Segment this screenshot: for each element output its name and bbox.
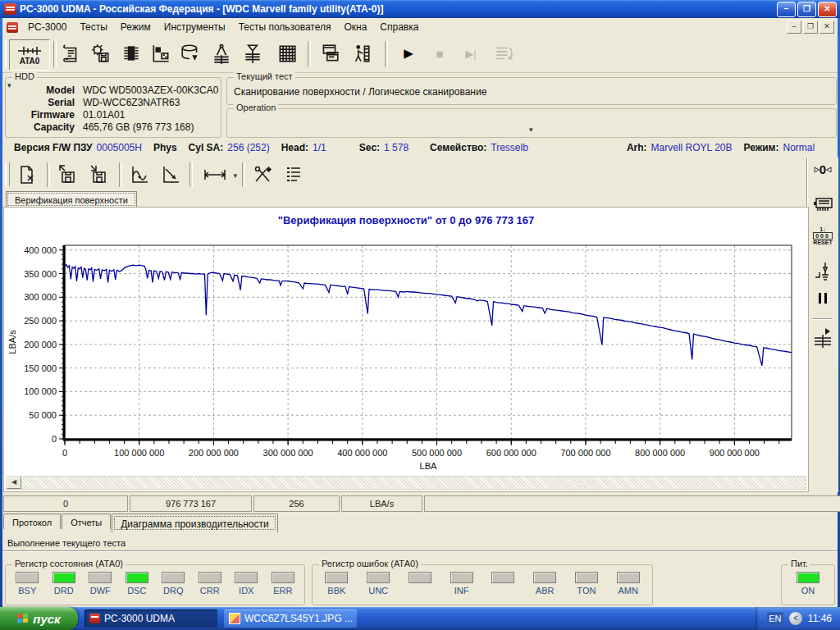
- maximize-button[interactable]: ❐: [797, 2, 816, 17]
- chart-scrollbar[interactable]: ◀: [6, 476, 806, 490]
- svg-text:0: 0: [62, 448, 67, 458]
- toolbar-separator: [47, 162, 50, 187]
- rom-chip-button[interactable]: [117, 40, 145, 66]
- status-label: Head:: [281, 142, 308, 153]
- drive-status-strip: Версия F/W ПЗУ0005005HPhysCyl SA:256 (25…: [2, 138, 838, 158]
- report-icon: [60, 43, 81, 64]
- app-icon: [4, 3, 16, 15]
- title-bar: PC-3000 UDMA - Российская Федерация - [W…: [0, 0, 840, 18]
- start-button[interactable]: пуск: [0, 607, 78, 630]
- status-label: Phys: [153, 142, 177, 153]
- zero-counters-button[interactable]: ▷0◁: [810, 164, 835, 176]
- led-cell: AMN: [610, 572, 646, 596]
- reset-drive-button[interactable]: 1↓ 000 RESET: [810, 226, 835, 245]
- power-card-button[interactable]: [810, 195, 835, 213]
- close-button[interactable]: ✕: [818, 2, 837, 17]
- decline-view-button[interactable]: [157, 162, 185, 188]
- resources-button[interactable]: [147, 40, 175, 66]
- menu-app-icon: [7, 22, 18, 33]
- defect-list-button[interactable]: [239, 40, 267, 66]
- status-value: Marvell ROYL 20B: [651, 142, 733, 153]
- menu-item-pc-3000[interactable]: PC-3000: [21, 20, 73, 34]
- range-select-button[interactable]: ▾: [196, 162, 235, 188]
- svg-text:250 000: 250 000: [24, 316, 57, 326]
- exit-person-icon: [350, 43, 372, 64]
- menu-item-тесты-пользователя[interactable]: Тесты пользователя: [232, 20, 338, 34]
- svg-text:150 000: 150 000: [24, 363, 57, 373]
- exit-utility-button[interactable]: [347, 40, 375, 66]
- tab-диаграмма-производительности[interactable]: Диаграмма производительности: [112, 514, 278, 532]
- graph-view-button[interactable]: [126, 162, 153, 188]
- start-power-button[interactable]: [810, 326, 835, 348]
- led-indicator: [126, 572, 148, 583]
- tray-app-icon[interactable]: <: [789, 612, 802, 625]
- toolbar-separator: [812, 318, 832, 320]
- parameters-list-button[interactable]: [280, 162, 308, 188]
- menu-item-справка[interactable]: Справка: [373, 20, 425, 34]
- operation-dropdown-icon[interactable]: ▾: [529, 126, 533, 134]
- task-button[interactable]: WCC6Z7LS45Y1.JPG ...: [224, 609, 357, 628]
- tab-отчеты[interactable]: Отчеты: [62, 514, 111, 529]
- chart-series-line: [65, 265, 792, 366]
- minimize-button[interactable]: –: [777, 2, 796, 17]
- svg-text:300 000 000: 300 000 000: [263, 448, 313, 458]
- utility-report-button[interactable]: [57, 40, 84, 66]
- led-indicator: [797, 572, 819, 583]
- status-value: 1/1: [313, 142, 326, 153]
- status-label: Режим:: [744, 142, 779, 153]
- menu-item-инструменты[interactable]: Инструменты: [158, 20, 232, 34]
- task-button[interactable]: PC-3000 UDMA: [84, 609, 217, 628]
- status-register-leds: BSYDRDDWFDSCDRQCRRIDXERR: [9, 572, 301, 596]
- toolbar-grip[interactable]: [5, 162, 10, 186]
- range-dropdown-icon[interactable]: ▾: [233, 171, 237, 180]
- hdd-group-label: HDD: [12, 71, 37, 81]
- settings-save-button[interactable]: [86, 40, 114, 66]
- tab-surface-verification[interactable]: Верификация поверхности: [6, 191, 137, 208]
- language-indicator[interactable]: EN: [767, 612, 783, 626]
- menu-item-тесты[interactable]: Тесты: [73, 20, 113, 34]
- led-cell: DRQ: [155, 572, 191, 596]
- mdi-restore-icon[interactable]: ❐: [803, 21, 818, 34]
- probe-icon: [813, 261, 833, 282]
- run-test-button[interactable]: ▶: [395, 40, 422, 66]
- pause-test-button[interactable]: [810, 292, 835, 307]
- led-cell: DWF: [82, 572, 118, 596]
- led-indicator: [235, 572, 258, 583]
- disk-structure-button[interactable]: [176, 40, 204, 66]
- scroll-left-button[interactable]: ◀: [7, 477, 21, 489]
- clear-report-button[interactable]: [12, 162, 40, 188]
- pause-icon: [817, 292, 829, 307]
- mdi-minimize-icon[interactable]: –: [787, 21, 801, 34]
- status-value: Tresselb: [491, 142, 528, 153]
- power-indicator-group: Пит. ON: [781, 564, 835, 605]
- tab-протокол[interactable]: Протокол: [3, 514, 61, 529]
- hdd-field-row: ModelWDC WD5003AZEX-00K3CA0: [11, 84, 218, 96]
- mdi-close-icon[interactable]: ✕: [819, 21, 834, 34]
- surface-test-button[interactable]: [208, 40, 235, 66]
- clock: 11:46: [808, 613, 832, 624]
- status-value: 0005005H: [97, 142, 142, 153]
- led-cell: INF: [444, 572, 480, 596]
- terminal-probe-button[interactable]: [810, 261, 835, 282]
- status-label: Семейство:: [430, 142, 486, 153]
- svg-text:100 000 000: 100 000 000: [114, 448, 164, 458]
- tools-icon: [253, 165, 272, 185]
- sector-view-button[interactable]: [273, 40, 301, 66]
- status-value: 1 578: [384, 142, 409, 153]
- chip-icon: [121, 43, 142, 64]
- main-toolbar: ATA0 ▶: [2, 36, 838, 73]
- led-indicator: [272, 572, 294, 583]
- range-icon: [202, 165, 230, 185]
- led-cell: ON: [790, 572, 826, 596]
- menu-item-режим[interactable]: Режим: [114, 20, 158, 34]
- svg-text:100 000: 100 000: [24, 386, 57, 396]
- load-data-button[interactable]: [84, 162, 112, 188]
- power-led: ON: [785, 572, 831, 596]
- windows-button[interactable]: [316, 40, 344, 66]
- port-ata0-button[interactable]: ATA0: [9, 39, 50, 71]
- menu-item-окна[interactable]: Окна: [337, 20, 373, 34]
- svg-text:800 000 000: 800 000 000: [635, 448, 685, 458]
- test-settings-button[interactable]: [249, 162, 276, 188]
- cascade-windows-icon: [319, 43, 340, 64]
- save-data-button[interactable]: [53, 162, 81, 188]
